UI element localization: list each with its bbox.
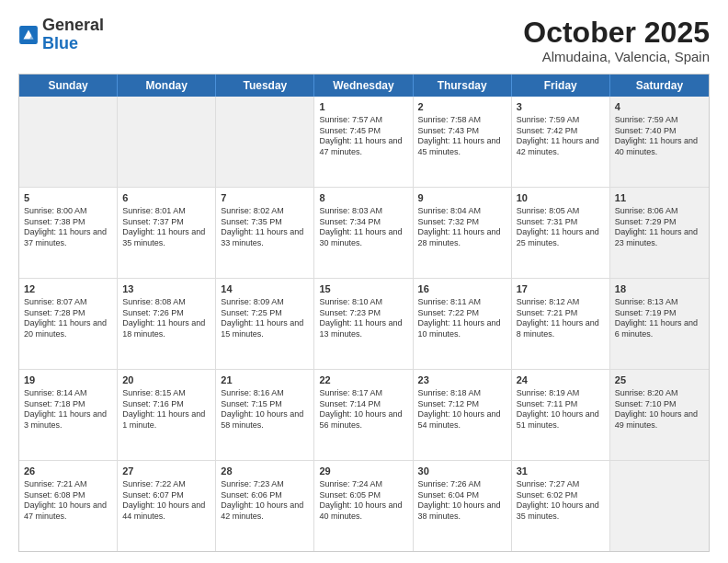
calendar-cell: 9Sunrise: 8:04 AM Sunset: 7:32 PM Daylig… xyxy=(414,188,512,278)
day-number: 24 xyxy=(517,373,605,387)
day-info: Sunrise: 8:14 AM Sunset: 7:18 PM Dayligh… xyxy=(24,388,112,431)
calendar: SundayMondayTuesdayWednesdayThursdayFrid… xyxy=(18,74,710,552)
calendar-row: 1Sunrise: 7:57 AM Sunset: 7:45 PM Daylig… xyxy=(19,97,709,188)
day-info: Sunrise: 7:24 AM Sunset: 6:05 PM Dayligh… xyxy=(319,479,407,523)
day-info: Sunrise: 8:02 AM Sunset: 7:35 PM Dayligh… xyxy=(221,206,309,249)
calendar-cell: 26Sunrise: 7:21 AM Sunset: 6:08 PM Dayli… xyxy=(19,461,118,551)
day-number: 20 xyxy=(122,373,210,387)
day-info: Sunrise: 7:59 AM Sunset: 7:42 PM Dayligh… xyxy=(517,115,605,158)
day-info: Sunrise: 8:12 AM Sunset: 7:21 PM Dayligh… xyxy=(517,297,605,340)
calendar-cell: 28Sunrise: 7:23 AM Sunset: 6:06 PM Dayli… xyxy=(216,461,314,551)
day-info: Sunrise: 8:01 AM Sunset: 7:37 PM Dayligh… xyxy=(122,206,210,249)
header-cell-wednesday: Wednesday xyxy=(314,75,413,97)
calendar-cell: 15Sunrise: 8:10 AM Sunset: 7:23 PM Dayli… xyxy=(314,279,413,369)
day-info: Sunrise: 8:09 AM Sunset: 7:25 PM Dayligh… xyxy=(221,297,309,340)
day-info: Sunrise: 8:05 AM Sunset: 7:31 PM Dayligh… xyxy=(517,206,605,249)
calendar-cell: 30Sunrise: 7:26 AM Sunset: 6:04 PM Dayli… xyxy=(414,461,512,551)
day-number: 23 xyxy=(418,373,506,387)
calendar-cell xyxy=(19,97,118,187)
logo-general: General xyxy=(42,16,104,34)
day-number: 27 xyxy=(122,465,210,478)
day-number: 25 xyxy=(615,373,704,387)
day-info: Sunrise: 8:13 AM Sunset: 7:19 PM Dayligh… xyxy=(615,297,704,340)
day-info: Sunrise: 8:08 AM Sunset: 7:26 PM Dayligh… xyxy=(122,297,210,340)
day-number: 12 xyxy=(24,282,112,296)
day-number: 4 xyxy=(615,100,704,114)
day-number: 14 xyxy=(221,282,309,296)
calendar-cell: 13Sunrise: 8:08 AM Sunset: 7:26 PM Dayli… xyxy=(118,279,216,369)
header-cell-thursday: Thursday xyxy=(414,75,512,97)
calendar-cell: 20Sunrise: 8:15 AM Sunset: 7:16 PM Dayli… xyxy=(118,370,216,460)
logo-icon xyxy=(18,25,39,45)
day-number: 5 xyxy=(24,191,112,205)
day-number: 17 xyxy=(517,282,605,296)
calendar-cell: 5Sunrise: 8:00 AM Sunset: 7:38 PM Daylig… xyxy=(19,188,118,278)
calendar-body: 1Sunrise: 7:57 AM Sunset: 7:45 PM Daylig… xyxy=(19,97,709,551)
location: Almudaina, Valencia, Spain xyxy=(523,49,710,64)
day-info: Sunrise: 8:03 AM Sunset: 7:34 PM Dayligh… xyxy=(319,206,407,249)
day-number: 11 xyxy=(615,191,704,205)
day-info: Sunrise: 8:06 AM Sunset: 7:29 PM Dayligh… xyxy=(615,206,704,249)
day-info: Sunrise: 8:18 AM Sunset: 7:12 PM Dayligh… xyxy=(418,388,506,431)
calendar-cell: 11Sunrise: 8:06 AM Sunset: 7:29 PM Dayli… xyxy=(610,188,709,278)
calendar-cell: 18Sunrise: 8:13 AM Sunset: 7:19 PM Dayli… xyxy=(610,279,709,369)
day-number: 22 xyxy=(319,373,407,387)
calendar-cell: 4Sunrise: 7:59 AM Sunset: 7:40 PM Daylig… xyxy=(610,97,709,187)
day-info: Sunrise: 8:15 AM Sunset: 7:16 PM Dayligh… xyxy=(122,388,210,431)
calendar-cell: 3Sunrise: 7:59 AM Sunset: 7:42 PM Daylig… xyxy=(512,97,610,187)
calendar-cell: 29Sunrise: 7:24 AM Sunset: 6:05 PM Dayli… xyxy=(314,461,413,551)
calendar-row: 26Sunrise: 7:21 AM Sunset: 6:08 PM Dayli… xyxy=(19,461,709,551)
calendar-cell: 12Sunrise: 8:07 AM Sunset: 7:28 PM Dayli… xyxy=(19,279,118,369)
calendar-row: 19Sunrise: 8:14 AM Sunset: 7:18 PM Dayli… xyxy=(19,370,709,461)
header-cell-friday: Friday xyxy=(512,75,610,97)
day-number: 7 xyxy=(221,191,309,205)
title-block: October 2025 Almudaina, Valencia, Spain xyxy=(523,17,710,64)
calendar-cell: 31Sunrise: 7:27 AM Sunset: 6:02 PM Dayli… xyxy=(512,461,610,551)
calendar-cell: 1Sunrise: 7:57 AM Sunset: 7:45 PM Daylig… xyxy=(314,97,413,187)
day-info: Sunrise: 7:59 AM Sunset: 7:40 PM Dayligh… xyxy=(615,115,704,158)
calendar-row: 5Sunrise: 8:00 AM Sunset: 7:38 PM Daylig… xyxy=(19,188,709,279)
day-info: Sunrise: 7:21 AM Sunset: 6:08 PM Dayligh… xyxy=(24,479,112,523)
calendar-cell: 24Sunrise: 8:19 AM Sunset: 7:11 PM Dayli… xyxy=(512,370,610,460)
calendar-cell: 10Sunrise: 8:05 AM Sunset: 7:31 PM Dayli… xyxy=(512,188,610,278)
day-number: 13 xyxy=(122,282,210,296)
header-cell-sunday: Sunday xyxy=(19,75,118,97)
day-info: Sunrise: 7:23 AM Sunset: 6:06 PM Dayligh… xyxy=(221,479,309,523)
month-title: October 2025 xyxy=(523,17,710,49)
day-number: 1 xyxy=(319,100,407,114)
calendar-cell: 2Sunrise: 7:58 AM Sunset: 7:43 PM Daylig… xyxy=(414,97,512,187)
day-info: Sunrise: 7:27 AM Sunset: 6:02 PM Dayligh… xyxy=(517,479,605,523)
day-info: Sunrise: 8:07 AM Sunset: 7:28 PM Dayligh… xyxy=(24,297,112,340)
day-number: 3 xyxy=(517,100,605,114)
day-info: Sunrise: 7:26 AM Sunset: 6:04 PM Dayligh… xyxy=(418,479,506,523)
day-number: 9 xyxy=(418,191,506,205)
day-number: 28 xyxy=(221,465,309,478)
calendar-cell: 21Sunrise: 8:16 AM Sunset: 7:15 PM Dayli… xyxy=(216,370,314,460)
calendar-cell: 16Sunrise: 8:11 AM Sunset: 7:22 PM Dayli… xyxy=(414,279,512,369)
calendar-cell: 6Sunrise: 8:01 AM Sunset: 7:37 PM Daylig… xyxy=(118,188,216,278)
day-info: Sunrise: 8:10 AM Sunset: 7:23 PM Dayligh… xyxy=(319,297,407,340)
calendar-cell xyxy=(610,461,709,551)
logo: General Blue xyxy=(18,17,104,53)
day-info: Sunrise: 8:17 AM Sunset: 7:14 PM Dayligh… xyxy=(319,388,407,431)
calendar-cell: 14Sunrise: 8:09 AM Sunset: 7:25 PM Dayli… xyxy=(216,279,314,369)
calendar-cell: 27Sunrise: 7:22 AM Sunset: 6:07 PM Dayli… xyxy=(118,461,216,551)
day-info: Sunrise: 7:58 AM Sunset: 7:43 PM Dayligh… xyxy=(418,115,506,158)
day-info: Sunrise: 8:16 AM Sunset: 7:15 PM Dayligh… xyxy=(221,388,309,431)
header-cell-saturday: Saturday xyxy=(610,75,709,97)
day-number: 15 xyxy=(319,282,407,296)
calendar-cell: 8Sunrise: 8:03 AM Sunset: 7:34 PM Daylig… xyxy=(314,188,413,278)
logo-blue: Blue xyxy=(42,34,78,52)
calendar-row: 12Sunrise: 8:07 AM Sunset: 7:28 PM Dayli… xyxy=(19,279,709,370)
day-number: 6 xyxy=(122,191,210,205)
day-number: 2 xyxy=(418,100,506,114)
day-info: Sunrise: 8:00 AM Sunset: 7:38 PM Dayligh… xyxy=(24,206,112,249)
day-number: 16 xyxy=(418,282,506,296)
day-number: 19 xyxy=(24,373,112,387)
day-number: 18 xyxy=(615,282,704,296)
day-info: Sunrise: 8:19 AM Sunset: 7:11 PM Dayligh… xyxy=(517,388,605,431)
page: General Blue October 2025 Almudaina, Val… xyxy=(0,0,728,563)
header-cell-tuesday: Tuesday xyxy=(216,75,314,97)
calendar-cell: 17Sunrise: 8:12 AM Sunset: 7:21 PM Dayli… xyxy=(512,279,610,369)
day-number: 26 xyxy=(24,465,112,478)
